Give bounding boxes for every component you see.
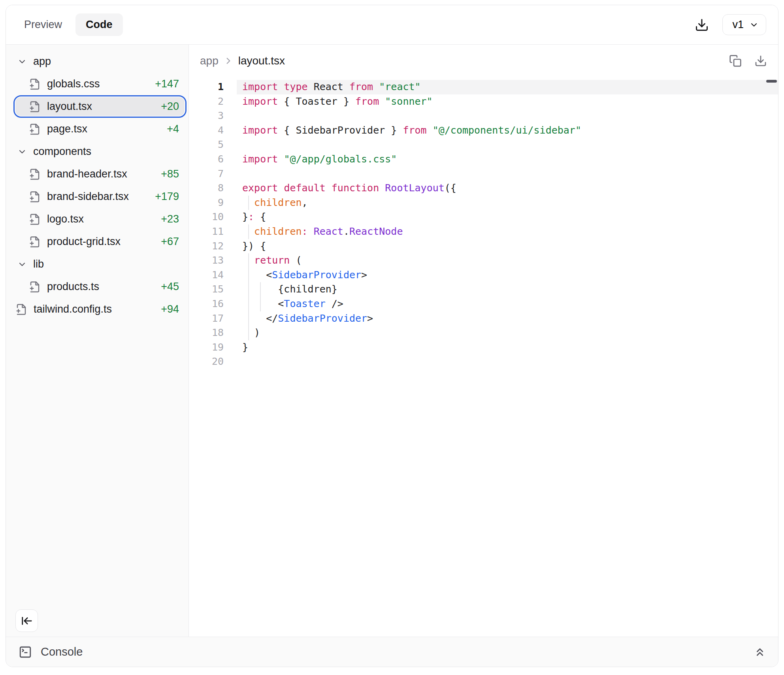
file-name: product-grid.tsx <box>47 236 121 248</box>
line-text: import { SidebarProvider } from "@/compo… <box>237 123 778 138</box>
download-icon <box>695 18 709 32</box>
indent-guide <box>260 297 261 311</box>
token: React <box>308 81 349 92</box>
file-name: page.tsx <box>47 123 87 135</box>
download-button[interactable] <box>695 18 709 32</box>
line-number: 18 <box>189 326 224 340</box>
code-line: 20 <box>189 354 778 369</box>
tree-row: product-grid.tsx+67 <box>6 230 188 253</box>
expand-console-button[interactable] <box>754 646 766 658</box>
token: "react" <box>379 81 420 92</box>
token: < <box>242 269 272 281</box>
line-number: 11 <box>189 224 224 239</box>
indent-guide <box>248 282 249 297</box>
diff-added-count: +179 <box>155 190 179 203</box>
line-text <box>237 138 778 152</box>
line-number: 4 <box>189 123 224 138</box>
version-selector[interactable]: v1 <box>722 14 766 35</box>
line-text <box>237 354 778 369</box>
folder-name: components <box>33 145 91 158</box>
token: ( <box>290 255 302 266</box>
token: { Toaster } <box>278 96 355 107</box>
sidebar-item-tailwind-config-ts[interactable]: tailwind.config.ts+94 <box>15 300 185 319</box>
collapse-sidebar-icon <box>21 615 33 627</box>
sidebar-item-app[interactable]: app <box>15 52 185 71</box>
file-plus-icon <box>29 191 41 203</box>
sidebar-item-product-grid-tsx[interactable]: product-grid.tsx+67 <box>15 232 185 251</box>
code-line: 13 return ( <box>189 253 778 268</box>
sidebar-item-page-tsx[interactable]: page.tsx+4 <box>15 120 185 138</box>
tree-row: components <box>6 140 188 163</box>
tab-code[interactable]: Code <box>75 13 123 36</box>
code-line: 11 children: React.ReactNode <box>189 224 778 239</box>
tab-preview[interactable]: Preview <box>20 13 66 36</box>
line-number: 10 <box>189 210 224 224</box>
token: > <box>367 313 373 324</box>
token: : <box>248 211 254 222</box>
token: default <box>284 182 325 194</box>
line-text: import type React from "react" <box>237 80 778 94</box>
sidebar-item-globals-css[interactable]: globals.css+147 <box>15 75 185 93</box>
token: import <box>242 124 278 136</box>
line-text: }) { <box>237 239 778 254</box>
line-text: </SidebarProvider> <box>237 311 778 326</box>
diff-added-count: +147 <box>155 78 179 90</box>
tree-row: brand-header.tsx+85 <box>6 163 188 185</box>
line-number: 15 <box>189 282 224 297</box>
line-text: <SidebarProvider> <box>237 268 778 283</box>
token: type <box>284 81 307 92</box>
indent-guide <box>248 326 249 340</box>
file-plus-icon <box>29 168 41 180</box>
diff-added-count: +23 <box>161 213 179 225</box>
token: }) { <box>242 240 266 252</box>
sidebar-item-brand-sidebar-tsx[interactable]: brand-sidebar.tsx+179 <box>15 187 185 206</box>
code-editor-panel: app layout.tsx <box>189 45 778 637</box>
sidebar-item-brand-header-tsx[interactable]: brand-header.tsx+85 <box>15 165 185 183</box>
indent-guide <box>248 311 249 326</box>
line-text: {children} <box>237 282 778 297</box>
file-tree-sidebar: appglobals.css+147layout.tsx+20page.tsx+… <box>6 45 189 637</box>
line-text: import "@/app/globals.css" <box>237 152 778 167</box>
code-line: 3 <box>189 109 778 123</box>
chevron-down-icon <box>17 260 27 269</box>
tree-row: page.tsx+4 <box>6 118 188 140</box>
line-text: return ( <box>237 253 778 268</box>
token <box>379 96 385 107</box>
indent-guide <box>248 224 249 239</box>
indent-guide <box>248 253 249 268</box>
download-file-button[interactable] <box>754 55 767 67</box>
token: Toaster <box>284 298 325 309</box>
line-number: 2 <box>189 94 224 109</box>
sidebar-item-logo-tsx[interactable]: logo.tsx+23 <box>15 210 185 228</box>
sidebar-item-products-ts[interactable]: products.ts+45 <box>15 277 185 296</box>
collapse-sidebar-button[interactable] <box>15 609 38 632</box>
sidebar-item-lib[interactable]: lib <box>15 255 185 273</box>
sidebar-item-layout-tsx[interactable]: layout.tsx+20 <box>15 97 185 116</box>
scrollbar-thumb[interactable] <box>766 80 777 83</box>
file-name: globals.css <box>47 78 100 90</box>
file-plus-icon <box>29 236 41 248</box>
token: /> <box>326 298 343 309</box>
tree-row: layout.tsx+20 <box>6 95 188 118</box>
console-bar[interactable]: Console <box>6 637 778 667</box>
code-line: 4import { SidebarProvider } from "@/comp… <box>189 123 778 138</box>
code-line: 16 <Toaster /> <box>189 297 778 311</box>
diff-added-count: +94 <box>161 303 179 315</box>
tree-row: logo.tsx+23 <box>6 208 188 230</box>
token: } <box>242 211 248 222</box>
copy-code-button[interactable] <box>729 55 742 67</box>
code-line: 1import type React from "react" <box>189 80 778 94</box>
console-label: Console <box>41 645 83 658</box>
line-number: 9 <box>189 196 224 210</box>
breadcrumb: app layout.tsx <box>189 45 778 77</box>
breadcrumb-file: layout.tsx <box>238 55 285 67</box>
token: children <box>254 226 302 237</box>
version-label: v1 <box>732 19 744 31</box>
diff-added-count: +45 <box>161 281 179 293</box>
token <box>326 182 332 194</box>
token: </ <box>242 313 278 324</box>
code-line: 10}: { <box>189 210 778 224</box>
file-plus-icon <box>29 123 41 135</box>
sidebar-item-components[interactable]: components <box>15 142 185 161</box>
code-line: 7 <box>189 167 778 181</box>
